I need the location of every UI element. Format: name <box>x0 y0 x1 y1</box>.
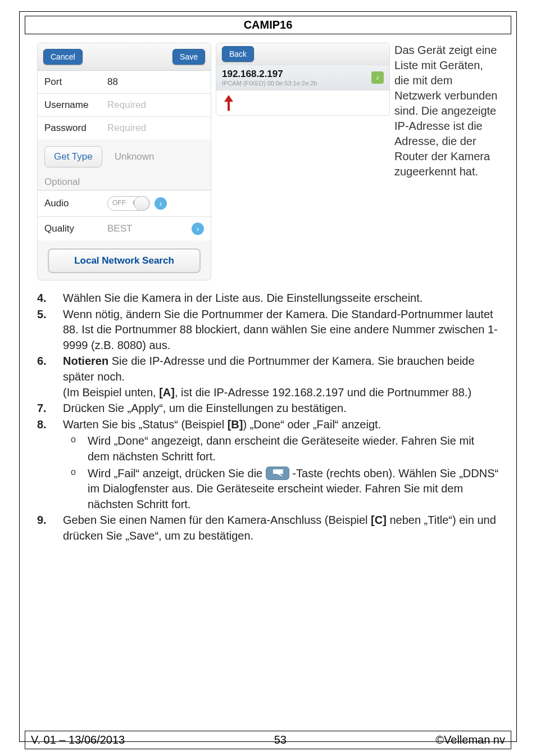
toolbar-button-icon <box>266 467 289 480</box>
phone-right-toolbar: Back <box>216 43 389 65</box>
page-title: CAMIP16 <box>244 19 293 31</box>
username-label: Username <box>44 99 107 111</box>
audio-row: Audio OFF CH1 › <box>38 190 211 216</box>
device-ip: 192.168.2.197 <box>222 69 317 80</box>
step-8: 8. Warten Sie bis „Status“ (Beispiel [B]… <box>37 417 499 513</box>
footer-right: ©Velleman nv <box>435 734 505 746</box>
step-8-sub1: o Wird „Done“ angezeigt, dann erscheint … <box>71 433 499 464</box>
step-9: 9. Geben Sie einen Namen für den Kamera-… <box>37 513 499 544</box>
step-9-bold: [C] <box>371 514 387 526</box>
password-row: Password Required <box>38 116 211 139</box>
step-6-ex-a: (Im Beispiel unten, <box>63 386 159 399</box>
step-8-bold: [B] <box>228 418 243 431</box>
phone-left-toolbar: Cancel Save <box>38 43 211 70</box>
chevron-right-icon[interactable]: › <box>192 223 204 235</box>
username-value[interactable]: Required <box>107 99 204 111</box>
footer-left: V. 01 – 13/06/2013 <box>31 734 125 746</box>
step-text: Geben Sie einen Namen für den Kamera-Ans… <box>63 513 499 544</box>
device-subtitle: IPCAM (FIXED) 00:0e:53:1e:2e:2b <box>222 80 317 87</box>
device-list-row[interactable]: 192.168.2.197 IPCAM (FIXED) 00:0e:53:1e:… <box>216 65 389 90</box>
audio-toggle[interactable]: OFF CH1 <box>107 196 150 211</box>
phone-left-panel: Cancel Save Port 88 Username Required Pa… <box>37 43 211 280</box>
chevron-right-icon: › <box>371 71 384 84</box>
password-label: Password <box>44 123 107 134</box>
step-text: Warten Sie bis „Status“ (Beispiel [B]) „… <box>63 417 499 513</box>
step-number: 9. <box>37 513 53 544</box>
page-header: CAMIP16 <box>25 16 511 34</box>
step-8-b: ) „Done“ oder „Fail“ anzeigt. <box>243 418 381 431</box>
quality-value: BEST <box>107 223 132 234</box>
step-number: 4. <box>37 291 53 306</box>
form-rows: Port 88 Username Required Password Requi… <box>38 70 211 139</box>
step-8-sub2: o Wird „Fail“ anzeigt, drücken Sie die -… <box>71 466 499 513</box>
gettype-row: Get Type Unknown <box>38 139 211 170</box>
quality-label: Quality <box>44 223 107 234</box>
step-text: Drücken Sie „Apply“, um die Einstellunge… <box>63 401 499 417</box>
sub2-a: Wird „Fail“ anzeigt, drücken Sie die <box>88 467 266 479</box>
sub-bullet-text: Wird „Done“ angezeigt, dann erscheint di… <box>88 433 499 464</box>
side-text-line: Das Gerät zeigt eine Liste mit Geräten, … <box>394 44 497 178</box>
back-button[interactable]: Back <box>222 46 254 62</box>
step-6-rest: Sie die IP-Adresse und die Portnummer de… <box>63 355 475 383</box>
step-number: 5. <box>37 307 53 354</box>
bullet-icon: o <box>71 466 80 513</box>
audio-off-label: OFF <box>112 199 126 207</box>
step-4: 4. Wählen Sie die Kamera in der Liste au… <box>37 291 499 306</box>
port-row: Port 88 <box>38 70 211 93</box>
step-number: 8. <box>37 417 53 513</box>
step-6-ex-bold: [A] <box>159 386 175 399</box>
content-area: Cancel Save Port 88 Username Required Pa… <box>37 43 499 545</box>
step-number: 7. <box>37 401 53 417</box>
step-6: 6. Notieren Sie die IP-Adresse und die P… <box>37 354 499 400</box>
pin-icon <box>216 90 237 115</box>
save-button[interactable]: Save <box>172 49 205 65</box>
step-6-bold: Notieren <box>63 355 108 367</box>
username-row: Username Required <box>38 93 211 116</box>
step-6-ex-b: , ist die IP-Adresse 192.168.2.197 und d… <box>175 386 471 399</box>
instruction-list: 4. Wählen Sie die Kamera in der Liste au… <box>37 291 499 544</box>
quality-row: Quality BEST › <box>38 216 211 241</box>
toggle-knob <box>134 196 149 211</box>
chevron-right-icon[interactable]: › <box>155 197 167 210</box>
figure-row: Cancel Save Port 88 Username Required Pa… <box>37 43 499 280</box>
footer-center: 53 <box>274 734 287 746</box>
step-7: 7. Drücken Sie „Apply“, um die Einstellu… <box>37 401 499 417</box>
audio-label: Audio <box>44 198 107 209</box>
step-text: Notieren Sie die IP-Adresse und die Port… <box>63 354 499 400</box>
cancel-button[interactable]: Cancel <box>43 49 83 65</box>
page-footer: V. 01 – 13/06/2013 53 ©Velleman nv <box>25 731 511 749</box>
port-label: Port <box>44 76 107 88</box>
bullet-icon: o <box>71 433 80 464</box>
step-text: Wählen Sie die Kamera in der Liste aus. … <box>63 291 499 306</box>
port-value[interactable]: 88 <box>107 76 204 88</box>
gettype-value: Unknown <box>115 151 155 162</box>
step-text: Wenn nötig, ändern Sie die Portnummer de… <box>63 307 499 354</box>
step-number: 6. <box>37 354 53 400</box>
password-value[interactable]: Required <box>107 123 204 134</box>
step-9-a: Geben Sie einen Namen für den Kamera-Ans… <box>63 514 371 526</box>
phone-right-panel: Back 192.168.2.197 IPCAM (FIXED) 00:0e:5… <box>216 43 390 116</box>
local-network-search-button[interactable]: Local Network Search <box>48 248 200 273</box>
step-8-a: Warten Sie bis „Status“ (Beispiel <box>63 418 228 431</box>
side-description: Das Gerät zeigt eine Liste mit Geräten, … <box>394 43 499 179</box>
optional-section-label: Optional <box>38 170 211 190</box>
sub-bullet-text: Wird „Fail“ anzeigt, drücken Sie die -Ta… <box>88 466 499 513</box>
step-5: 5. Wenn nötig, ändern Sie die Portnummer… <box>37 307 499 354</box>
gettype-button[interactable]: Get Type <box>44 146 102 168</box>
